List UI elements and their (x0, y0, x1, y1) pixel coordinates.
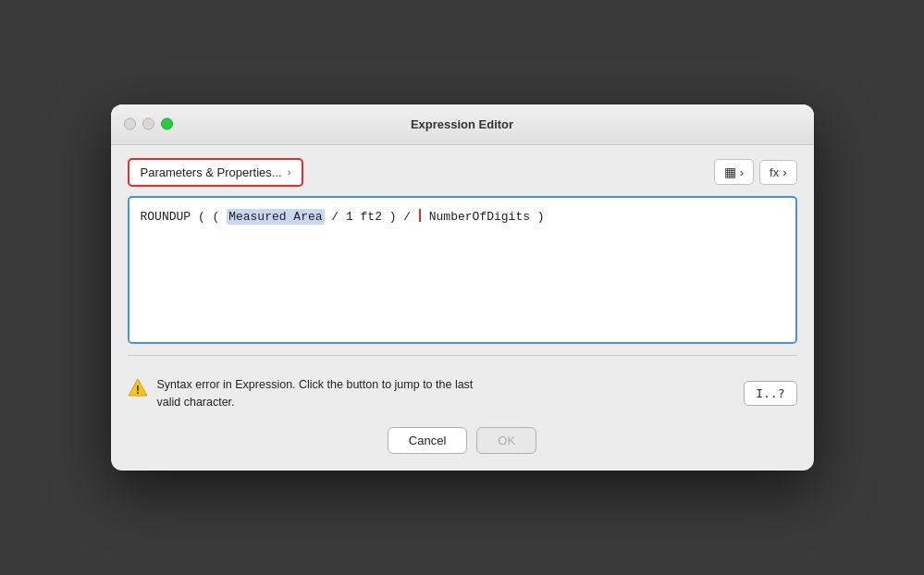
traffic-lights (124, 118, 173, 130)
warning-icon: ! (128, 377, 148, 398)
expression-editor-dialog: Expression Editor Parameters & Propertie… (111, 104, 814, 471)
expression-tail: NumberOfDigits ) (422, 210, 545, 224)
toolbar-row: Parameters & Properties... › ▦ › fx › (128, 158, 797, 187)
parameters-properties-button[interactable]: Parameters & Properties... › (128, 158, 304, 187)
params-chevron-icon: › (288, 166, 291, 177)
cancel-button[interactable]: Cancel (388, 427, 467, 454)
expression-suffix: / 1 ft2 ) / (325, 210, 418, 224)
fx-button[interactable]: fx › (759, 160, 796, 185)
dialog-body: Parameters & Properties... › ▦ › fx › RO… (111, 145, 814, 471)
jump-to-error-button[interactable]: I..? (744, 381, 796, 406)
error-message-line2: valid character. (157, 396, 235, 409)
divider (128, 355, 797, 356)
title-bar: Expression Editor (111, 104, 814, 145)
jump-button-label: I..? (756, 386, 784, 400)
close-button[interactable] (124, 118, 136, 130)
params-button-label: Parameters & Properties... (141, 165, 282, 179)
error-row: ! Syntax error in Expression. Click the … (128, 367, 797, 424)
measure-button[interactable]: ▦ › (714, 159, 754, 185)
measure-chevron-icon: › (740, 165, 744, 179)
expression-cursor (419, 209, 421, 222)
dialog-button-row: Cancel OK (128, 423, 797, 454)
toolbar-right-buttons: ▦ › fx › (714, 159, 797, 185)
expression-prefix: ROUNDUP ( ( (141, 210, 228, 224)
dialog-title: Expression Editor (411, 117, 513, 131)
fx-chevron-icon: › (782, 165, 786, 179)
maximize-button[interactable] (161, 118, 173, 130)
svg-text:!: ! (136, 383, 140, 396)
minimize-button[interactable] (142, 118, 154, 130)
error-message-line1: Syntax error in Expression. Click the bu… (157, 378, 474, 391)
ok-button[interactable]: OK (476, 427, 536, 454)
expression-measured-area: Measured Area (227, 209, 324, 225)
expression-editor-area[interactable]: ROUNDUP ( ( Measured Area / 1 ft2 ) / Nu… (128, 196, 797, 344)
fx-label: fx (770, 165, 779, 179)
error-message-block: Syntax error in Expression. Click the bu… (157, 376, 735, 411)
measure-icon: ▦ (724, 165, 736, 179)
expression-content: ROUNDUP ( ( Measured Area / 1 ft2 ) / Nu… (141, 210, 545, 224)
